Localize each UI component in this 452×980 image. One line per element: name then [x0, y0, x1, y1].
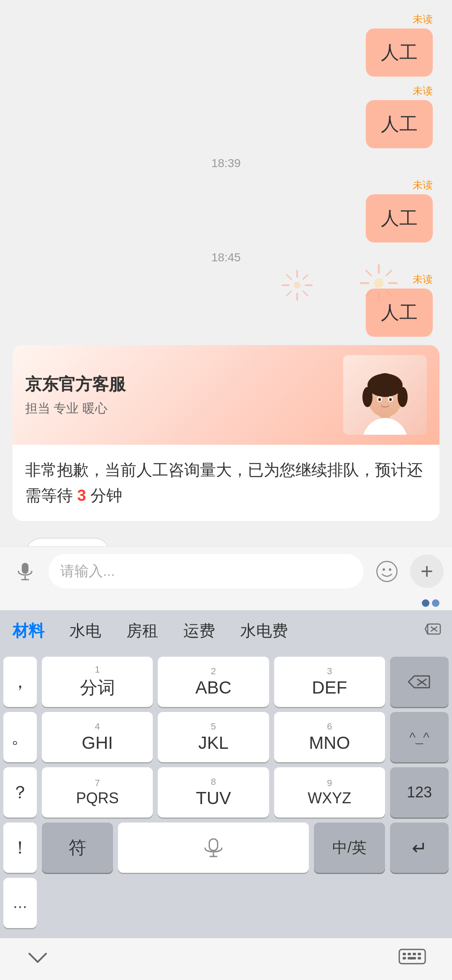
input-placeholder: 请输入...	[60, 563, 115, 579]
plus-icon: +	[421, 559, 433, 584]
svg-point-28	[378, 398, 381, 401]
key-letter-pqrs: PQRS	[76, 789, 119, 807]
key-5-jkl[interactable]: 5 JKL	[158, 712, 269, 762]
candidate-shipping[interactable]: 运费	[171, 616, 228, 646]
key-lang[interactable]: 中/英	[314, 823, 385, 873]
quick-replies: 价格保护	[13, 529, 439, 546]
key-4-ghi[interactable]: 4 GHI	[42, 712, 153, 762]
key-enter[interactable]: ↵	[390, 823, 449, 873]
candidate-rent[interactable]: 房租	[114, 616, 171, 646]
key-7-pqrs[interactable]: 7 PQRS	[42, 767, 153, 818]
key-enter-label: ↵	[412, 837, 427, 859]
svg-line-16	[366, 291, 371, 296]
cs-card: 京东官方客服 担当 专业 暖心	[13, 345, 439, 521]
key-letter-tuv: TUV	[196, 788, 231, 808]
key-123[interactable]: 123	[390, 767, 449, 818]
cs-message-after: 分钟	[86, 487, 123, 504]
key-letter-abc: ABC	[195, 678, 231, 698]
nav-keyboard-icon[interactable]	[398, 946, 427, 972]
timestamp-1839: 18:39	[13, 157, 439, 170]
key-letter-jkl: JKL	[198, 733, 229, 753]
dots-row	[0, 596, 452, 610]
key-period[interactable]: 。	[3, 712, 37, 762]
key-period-label: 。	[11, 725, 29, 749]
chip-price-protect[interactable]: 价格保护	[25, 538, 110, 546]
key-num-6: 6	[327, 721, 332, 732]
emoji-button[interactable]	[370, 554, 403, 588]
cs-tags: 担当 专业 暖心	[25, 400, 343, 417]
plus-button[interactable]: +	[410, 554, 444, 588]
key-exclaim[interactable]: ！	[3, 823, 37, 873]
key-letter-ghi: GHI	[82, 733, 113, 753]
mic-button[interactable]	[8, 554, 42, 588]
candidate-water-electric[interactable]: 水电	[57, 616, 114, 646]
key-ellipsis-label: …	[13, 894, 28, 912]
svg-point-8	[294, 282, 300, 289]
typing-indicator	[422, 599, 439, 607]
svg-line-4	[287, 275, 291, 279]
key-mic-keyboard[interactable]	[118, 823, 309, 873]
bubble-3: 人工	[366, 194, 433, 242]
svg-line-15	[386, 271, 391, 276]
key-1-fenci[interactable]: 1 分词	[42, 657, 153, 707]
svg-rect-48	[418, 953, 421, 955]
candidate-bar: 材料 水电 房租 运费 水电费	[0, 610, 452, 652]
svg-rect-46	[408, 953, 411, 955]
timestamp-1845: 18:45	[13, 251, 439, 264]
chat-container: 未读 人工 未读 人工 18:39 未读 人工 18:45	[0, 0, 452, 980]
svg-line-6	[303, 275, 308, 279]
unread-badge-1: 未读	[413, 13, 433, 26]
key-2-abc[interactable]: 2 ABC	[158, 657, 269, 707]
key-comma[interactable]: ，	[3, 657, 37, 707]
key-num-4: 4	[95, 721, 100, 732]
key-comma-label: ，	[11, 670, 29, 694]
svg-rect-44	[399, 949, 425, 964]
key-exclaim-label: ！	[11, 836, 29, 859]
cs-card-body: 非常抱歉，当前人工咨询量大，已为您继续排队，预计还需等待 3 分钟	[13, 445, 439, 521]
key-3-def[interactable]: 3 DEF	[274, 657, 385, 707]
input-bar: 请输入... +	[0, 546, 452, 596]
key-num-1: 1	[95, 664, 100, 675]
key-6-mno[interactable]: 6 MNO	[274, 712, 385, 762]
key-9-wxyz[interactable]: 9 WXYZ	[274, 767, 385, 818]
cs-card-header: 京东官方客服 担当 专业 暖心	[13, 345, 439, 445]
svg-line-14	[386, 291, 391, 296]
key-num-5: 5	[211, 721, 216, 732]
svg-point-35	[389, 568, 391, 571]
key-emotion-label: ^_^	[409, 730, 429, 745]
key-num-9: 9	[327, 778, 332, 789]
sparkle-right	[360, 264, 398, 307]
key-row-5: …	[3, 878, 449, 928]
key-question[interactable]: ？	[3, 767, 37, 818]
svg-rect-50	[408, 957, 416, 959]
message-meta-1: 未读 人工	[366, 13, 433, 77]
svg-rect-45	[403, 953, 406, 955]
key-letter-def: DEF	[312, 678, 347, 698]
nav-bar	[0, 938, 452, 980]
bubble-2: 人工	[366, 100, 433, 148]
key-lang-label: 中/英	[332, 838, 367, 858]
key-backspace[interactable]	[390, 657, 449, 707]
key-ellipsis[interactable]: …	[3, 878, 37, 928]
key-num-7: 7	[95, 778, 100, 789]
message-row-2: 未读 人工	[13, 84, 439, 148]
unread-badge-2: 未读	[413, 84, 433, 98]
sparkle-left	[280, 268, 314, 307]
key-row-3: ？ 7 PQRS 8 TUV 9 WXYZ 123	[3, 767, 449, 818]
candidate-delete[interactable]	[413, 617, 452, 645]
unread-badge-4: 未读	[413, 273, 433, 286]
nav-chevron-down[interactable]	[25, 947, 50, 971]
svg-rect-49	[403, 957, 406, 959]
message-row-1: 未读 人工	[13, 13, 439, 77]
key-symbol-btn[interactable]: 符	[42, 823, 113, 873]
svg-line-5	[303, 291, 308, 296]
svg-rect-41	[209, 839, 218, 851]
key-emotion[interactable]: ^_^	[390, 712, 449, 762]
message-meta-2: 未读 人工	[366, 84, 433, 148]
key-num-3: 3	[327, 666, 332, 677]
text-input[interactable]: 请输入...	[49, 554, 363, 588]
candidate-material[interactable]: 材料	[0, 616, 57, 646]
key-8-tuv[interactable]: 8 TUV	[158, 767, 269, 818]
keyboard: ， 1 分词 2 ABC 3 DEF	[0, 652, 452, 938]
candidate-utility[interactable]: 水电费	[228, 616, 300, 646]
